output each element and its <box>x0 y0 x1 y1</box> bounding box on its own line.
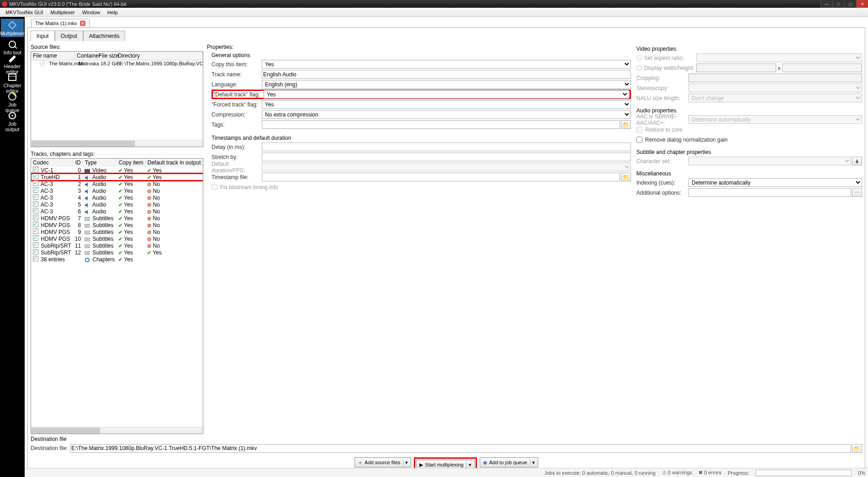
timestamps-header: Timestamps and default duration <box>212 135 631 141</box>
crop-input <box>688 74 862 82</box>
svg-point-0 <box>9 41 16 48</box>
track-row[interactable]: HDMV PGS9 Subtitles✔ Yes⊘ No⊘ No <box>31 228 203 235</box>
status-pct: 0% <box>858 470 865 476</box>
sidebar: Multiplexer Info tool Header editor Chap… <box>0 17 25 477</box>
svg-rect-7 <box>85 169 90 173</box>
tracks-label: Tracks, chapters and tags: <box>31 151 203 157</box>
add-queue-button[interactable]: ◉Add to job queue▾ <box>480 457 538 467</box>
properties-header: Properties: <box>207 44 631 50</box>
general-options-header: General options <box>212 52 631 58</box>
status-warnings: ⚠ 0 warnings <box>662 470 692 476</box>
video-props-header: Video properties <box>636 46 862 52</box>
track-row[interactable]: TrueHD1 Audio✔ Yes✔ Yes✔ Yes <box>31 174 203 180</box>
titlebar: MKVToolNix GUI v23.0.0 ('The Bride Said … <box>0 0 868 8</box>
menu-multiplexer[interactable]: Multiplexer <box>47 9 79 16</box>
compression-select[interactable]: No extra compression <box>262 110 631 119</box>
copy-item-select[interactable]: Yes <box>262 60 631 69</box>
sourcefile-row[interactable]: 📄 The Matrix.mkv Matroska 18.2 GiB E:\Th… <box>31 60 203 67</box>
forced-track-select[interactable]: Yes <box>262 100 631 109</box>
aspect-select <box>696 53 862 62</box>
fixbit-checkbox <box>212 184 217 190</box>
charset-select <box>688 157 851 165</box>
tracks-list[interactable]: Codec ID Type Copy item Default track in… <box>31 158 203 434</box>
close-tab-icon[interactable]: ✕ <box>80 21 85 26</box>
track-row[interactable]: VC-10 Video✔ Yes✔ Yes✔ Yes <box>31 167 203 174</box>
status-errors: ✖ 0 errors <box>699 470 721 476</box>
stereo-select <box>688 84 862 92</box>
addopt-input[interactable] <box>688 188 851 197</box>
sourcefiles-list[interactable]: File name Container File size Directory … <box>31 51 203 147</box>
tags-browse-button[interactable]: 📁 <box>621 120 631 129</box>
tab-output[interactable]: Output <box>55 31 83 41</box>
svg-point-6 <box>11 115 13 117</box>
track-row[interactable]: AC-32 Audio✔ Yes⊘ No⊘ No <box>31 180 203 187</box>
subtitle-props-header: Subtitle and chapter properties <box>636 149 862 155</box>
menu-help[interactable]: Help <box>104 9 122 16</box>
sidebar-item-multiplexer[interactable]: Multiplexer <box>1 19 24 37</box>
track-row[interactable]: HDMV PGS8 Subtitles✔ Yes⊘ No⊘ No <box>31 222 203 228</box>
window-title: MKVToolNix GUI v23.0.0 ('The Bride Said … <box>9 1 127 7</box>
track-row[interactable]: SubRip/SRT11 Subtitles✔ Yes⊘ No⊘ No <box>31 242 203 249</box>
track-row[interactable]: AC-34 Audio✔ Yes⊘ No⊘ No <box>31 194 203 201</box>
svg-point-20 <box>85 258 89 262</box>
timestamp-file-input[interactable] <box>262 173 620 181</box>
svg-rect-2 <box>9 74 16 80</box>
dest-input[interactable] <box>70 444 851 453</box>
add-source-button[interactable]: ＋Add source files▾ <box>355 457 411 467</box>
dest-header: Destination file <box>31 436 862 442</box>
file-tab[interactable]: The Matrix (1).mkv ✕ <box>31 19 90 27</box>
stretch-input[interactable] <box>262 153 631 161</box>
misc-header: Miscellaneous <box>636 170 862 177</box>
status-jobs: Jobs to execute: 0 automatic, 0 manual, … <box>544 470 655 476</box>
reduce-checkbox <box>636 127 642 132</box>
language-select[interactable]: English (eng) <box>262 80 631 89</box>
aac-select: Determine automatically <box>688 115 862 124</box>
tab-attachments[interactable]: Attachments <box>83 31 126 41</box>
addopt-button[interactable]: ⋯ <box>852 188 862 197</box>
track-row[interactable]: AC-36 Audio✔ Yes⊘ No⊘ No <box>31 208 203 215</box>
maximize-button[interactable]: □ <box>832 0 844 8</box>
default-track-row: "Default track" flag:Yes <box>212 90 631 99</box>
tracks-scrollbar-h[interactable] <box>31 427 203 434</box>
delay-input[interactable] <box>262 143 631 151</box>
display-h-input <box>782 64 862 72</box>
svg-line-1 <box>15 47 17 48</box>
status-progress-label: Progress: <box>728 470 749 476</box>
app-icon <box>2 1 7 7</box>
aspect-radio <box>636 55 642 61</box>
timestamp-browse-button[interactable]: 📁 <box>621 173 631 181</box>
track-row[interactable]: SubRip/SRT12 Subtitles✔ Yes✔ Yes✔ Yes <box>31 249 203 256</box>
track-row[interactable]: AC-35 Audio✔ Yes⊘ No⊘ No <box>31 201 203 208</box>
file-tab-label: The Matrix (1).mkv <box>35 21 77 26</box>
display-radio <box>636 65 642 71</box>
track-row[interactable]: AC-33 Audio✔ Yes⊘ No⊘ No <box>31 187 203 194</box>
default-track-select[interactable]: Yes <box>264 90 629 99</box>
menu-window[interactable]: Window <box>79 9 104 16</box>
menu-gui[interactable]: MKVToolNix GUI <box>2 9 47 16</box>
dialog-checkbox[interactable] <box>636 137 642 143</box>
tab-input[interactable]: Input <box>31 31 55 41</box>
maximize2-button[interactable]: ▢ <box>844 0 856 8</box>
sourcefiles-label: Source files: <box>31 44 203 50</box>
close-button[interactable]: ✕ <box>856 0 868 8</box>
default-duration-select <box>262 163 631 171</box>
scrollbar-h[interactable] <box>31 140 203 147</box>
statusbar: Jobs to execute: 0 automatic, 0 manual, … <box>25 468 868 477</box>
charset-preview-button[interactable]: Ḁ <box>852 157 862 165</box>
indexing-select[interactable]: Determine automatically <box>688 178 862 187</box>
dest-browse-button[interactable]: 📁 <box>852 444 862 453</box>
trackname-input[interactable] <box>262 70 631 79</box>
track-row[interactable]: 38 entries Chapters✔ Yes <box>31 256 203 263</box>
display-w-input <box>696 64 776 72</box>
tags-input[interactable] <box>262 120 620 129</box>
sidebar-item-output[interactable]: Job output <box>1 115 24 133</box>
track-row[interactable]: HDMV PGS7 Subtitles✔ Yes⊘ No⊘ No <box>31 215 203 222</box>
minimize-button[interactable]: — <box>820 0 832 8</box>
track-row[interactable]: HDMV PGS10 Subtitles✔ Yes⊘ No⊘ No <box>31 235 203 242</box>
menubar: MKVToolNix GUI Multiplexer Window Help <box>0 8 868 17</box>
nalu-select: Don't change <box>688 94 862 102</box>
progress-bar <box>756 470 852 476</box>
